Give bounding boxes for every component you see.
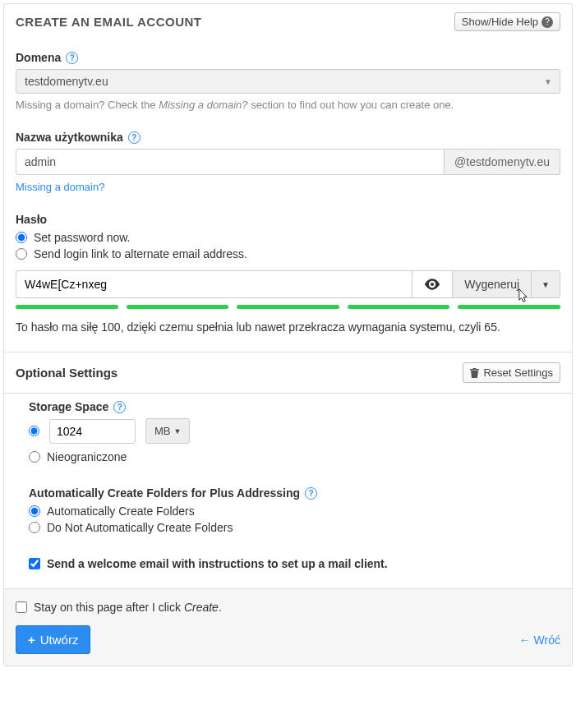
storage-value-radio[interactable] (29, 426, 39, 436)
panel-title: CREATE AN EMAIL ACCOUNT (16, 15, 202, 29)
send-login-link-radio[interactable] (16, 248, 27, 260)
generate-options-button[interactable]: ▼ (531, 270, 560, 298)
reveal-password-button[interactable] (412, 270, 452, 298)
eye-icon (424, 279, 440, 290)
missing-domain-link[interactable]: Missing a domain? (16, 181, 104, 193)
set-password-now-radio[interactable] (16, 232, 27, 243)
plus-addressing-label: Automatically Create Folders for Plus Ad… (29, 486, 560, 500)
help-icon[interactable]: ? (113, 401, 126, 413)
plus-icon: + (28, 633, 35, 647)
generate-password-button[interactable]: Wygeneruj (452, 270, 531, 298)
panel-header: CREATE AN EMAIL ACCOUNT Show/Hide Help ? (4, 4, 572, 39)
no-auto-create-folders-radio[interactable] (29, 522, 40, 533)
show-hide-help-button[interactable]: Show/Hide Help ? (454, 12, 560, 31)
help-icon[interactable]: ? (305, 487, 317, 500)
back-link[interactable]: ← Wróć (519, 634, 560, 647)
username-label: Nazwa użytkownika ? (16, 131, 560, 144)
optional-settings-title: Optional Settings (16, 366, 118, 380)
password-label: Hasło (16, 213, 560, 226)
help-icon[interactable]: ? (128, 131, 141, 144)
welcome-email-checkbox[interactable] (29, 558, 40, 569)
chevron-down-icon: ▼ (174, 427, 182, 435)
storage-value-input[interactable] (49, 419, 136, 444)
help-icon[interactable]: ? (66, 52, 78, 64)
panel-footer: Stay on this page after I click Create. … (4, 588, 572, 666)
username-input[interactable] (16, 149, 445, 175)
storage-unlimited-radio[interactable] (29, 451, 40, 463)
trash-icon (470, 368, 479, 378)
create-button[interactable]: + Utwórz (16, 625, 90, 654)
password-input[interactable] (16, 270, 412, 298)
domain-hint: Missing a domain? Check the Missing a do… (16, 99, 560, 111)
domain-select[interactable]: testdomenytv.eu (16, 69, 560, 94)
auto-create-folders-radio[interactable] (29, 505, 40, 517)
domain-label: Domena ? (16, 51, 560, 64)
password-strength-note: To hasło ma siłę 100, dzięki czemu spełn… (16, 320, 560, 334)
username-domain-suffix: @testdomenytv.eu (445, 149, 560, 175)
stay-on-page-checkbox[interactable] (16, 601, 27, 613)
question-icon: ? (541, 16, 553, 28)
reset-settings-button[interactable]: Reset Settings (463, 362, 560, 383)
chevron-down-icon: ▼ (541, 280, 550, 289)
password-strength-meter (16, 305, 560, 309)
storage-space-label: Storage Space ? (29, 400, 560, 413)
storage-unit-button[interactable]: MB ▼ (145, 418, 190, 444)
create-email-panel: CREATE AN EMAIL ACCOUNT Show/Hide Help ?… (3, 3, 573, 666)
arrow-left-icon: ← (519, 634, 531, 647)
